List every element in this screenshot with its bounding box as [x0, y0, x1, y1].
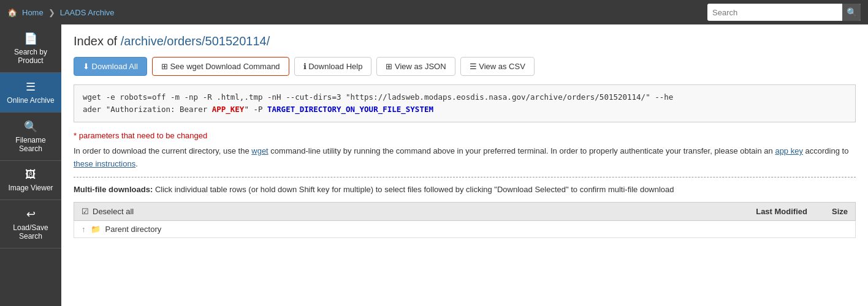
multi-file-info: Multi-file downloads: Click individual t…: [74, 184, 856, 196]
table-column-labels: Last Modified Size: [756, 207, 848, 216]
multi-file-body: Click individual table rows (or hold dow…: [155, 185, 674, 194]
search-button[interactable]: 🔍: [842, 4, 861, 21]
sidebar-item-image-viewer[interactable]: 🖼 Image Viewer: [0, 161, 61, 200]
breadcrumb-separator: ❯: [48, 8, 55, 17]
download-help-button[interactable]: ℹ Download Help: [294, 57, 372, 76]
table-header: ☑ Deselect all Last Modified Size: [74, 202, 856, 221]
view-json-button[interactable]: ⊞ View as JSON: [376, 57, 455, 76]
multi-file-header: Multi-file downloads:: [74, 185, 153, 194]
path-text: /archive/orders/501520114/: [121, 34, 270, 48]
document-icon: 📄: [24, 32, 37, 45]
sidebar-label-image-viewer: Image Viewer: [8, 184, 53, 192]
command-box: wget -e robots=off -m -np -R .html,.tmp …: [74, 84, 856, 122]
image-icon: 🖼: [25, 168, 36, 181]
page-title: Index of /archive/orders/501520114/: [74, 34, 856, 48]
wget-link[interactable]: wget: [251, 146, 268, 155]
up-icon: ↑: [82, 225, 86, 234]
command-target-dir: TARGET_DIRECTORY_ON_YOUR_FILE_SYSTEM: [267, 105, 433, 114]
breadcrumb: 🏠 Home ❯ LAADS Archive: [7, 8, 115, 17]
home-icon: 🏠: [7, 8, 17, 17]
col-last-modified: Last Modified: [756, 207, 807, 216]
list-icon: ☰: [26, 80, 36, 94]
wget-command-button[interactable]: ⊞ See wget Download Command: [152, 57, 289, 76]
sidebar-label-online-archive: Online Archive: [7, 96, 54, 105]
sidebar-label-search-product: Search by Product: [4, 48, 58, 65]
view-csv-button[interactable]: ☰ View as CSV: [460, 57, 535, 76]
parent-dir-label: Parent directory: [105, 225, 162, 234]
divider: [74, 177, 856, 177]
magnifier-icon: 🔍: [24, 120, 37, 133]
sidebar-label-filename-search: Filename Search: [4, 136, 58, 153]
sidebar-item-online-archive[interactable]: ☰ Online Archive: [0, 73, 61, 113]
command-app-key: APP_KEY: [212, 105, 245, 114]
sidebar-item-load-save-search[interactable]: ↩ Load/Save Search: [0, 200, 61, 248]
sidebar-item-filename-search[interactable]: 🔍 Filename Search: [0, 113, 61, 161]
params-warning: * parameters that need to be changed: [74, 131, 856, 140]
col-size: Size: [832, 207, 848, 216]
back-icon: ↩: [26, 207, 36, 221]
home-link[interactable]: Home: [22, 8, 44, 17]
command-line2-mid: " -P: [244, 105, 267, 114]
sidebar-label-load-save: Load/Save Search: [4, 223, 58, 241]
deselect-all-label: Deselect all: [93, 207, 134, 216]
sidebar: 📄 Search by Product ☰ Online Archive 🔍 F…: [0, 24, 61, 306]
folder-icon: 📁: [91, 225, 101, 234]
instructions-link[interactable]: these instructions: [74, 159, 135, 168]
command-line2-pre: ader "Authorization: Bearer: [83, 105, 212, 114]
download-all-button[interactable]: ⬇ Download All: [74, 57, 147, 76]
archive-link[interactable]: LAADS Archive: [60, 8, 115, 17]
main-layout: 📄 Search by Product ☰ Online Archive 🔍 F…: [0, 24, 868, 306]
deselect-all-button[interactable]: ☑ Deselect all: [82, 207, 134, 216]
table-row[interactable]: ↑ 📁 Parent directory: [74, 221, 856, 238]
checkbox-icon: ☑: [82, 207, 89, 216]
search-box: 🔍: [707, 4, 861, 21]
content-area: Index of /archive/orders/501520114/ ⬇ Do…: [61, 24, 868, 306]
sidebar-item-search-by-product[interactable]: 📄 Search by Product: [0, 24, 61, 73]
info-paragraph: In order to download the current directo…: [74, 145, 856, 171]
appkey-link[interactable]: app key: [775, 146, 803, 155]
button-row: ⬇ Download All ⊞ See wget Download Comma…: [74, 57, 856, 76]
command-line1: wget -e robots=off -m -np -R .html,.tmp …: [83, 92, 673, 102]
top-navbar: 🏠 Home ❯ LAADS Archive 🔍: [0, 0, 868, 24]
search-input[interactable]: [707, 6, 842, 20]
